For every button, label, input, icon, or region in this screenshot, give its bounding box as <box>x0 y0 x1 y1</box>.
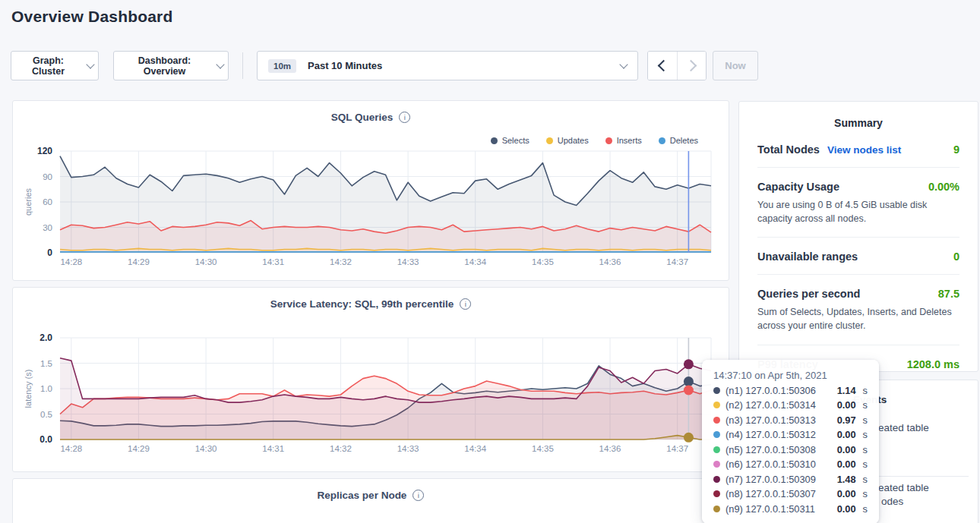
info-icon[interactable]: i <box>399 112 410 123</box>
node-color-dot <box>713 461 720 468</box>
svg-text:14:35: 14:35 <box>532 444 554 453</box>
node-color-dot <box>713 387 720 394</box>
tooltip-row: (n8) 127.0.0.1:503070.00s <box>713 488 868 499</box>
tooltip-node-unit: s <box>863 414 868 426</box>
summary-item-value: 9 <box>953 143 959 156</box>
node-color-dot <box>713 446 720 453</box>
chart-svg: 0.00.51.01.52.014:2814:2914:3014:3114:32… <box>13 330 730 461</box>
sql-queries-chart[interactable]: 030609012014:2814:2914:3014:3114:3214:33… <box>13 143 730 274</box>
tooltip-node-unit: s <box>863 488 868 499</box>
tooltip-node-label: (n1) 127.0.0.1:50306 <box>726 385 832 396</box>
time-prev-button[interactable] <box>648 52 677 80</box>
time-range-dropdown[interactable]: 10m Past 10 Minutes <box>257 51 638 80</box>
service-latency-panel: Service Latency: SQL, 99th percentile i … <box>12 287 729 472</box>
svg-text:14:31: 14:31 <box>262 257 284 266</box>
svg-text:14:36: 14:36 <box>599 257 621 266</box>
chevron-left-icon <box>658 60 670 72</box>
service-latency-title: Service Latency: SQL, 99th percentile i <box>13 298 729 310</box>
summary-divider <box>757 237 959 238</box>
svg-text:14:32: 14:32 <box>330 257 352 266</box>
graph-dropdown[interactable]: Graph: Cluster <box>11 51 99 80</box>
svg-text:1.5: 1.5 <box>40 359 52 368</box>
svg-text:14:35: 14:35 <box>532 257 554 266</box>
summary-item-description: You are using 0 B of 4.5 GiB usable disk… <box>757 198 959 225</box>
info-icon[interactable]: i <box>413 490 424 501</box>
tooltip-node-value: 0.00 <box>837 458 856 470</box>
event-item-fragment[interactable]: eated table <box>878 422 929 433</box>
tooltip-node-label: (n9) 127.0.0.1:50311 <box>726 503 832 515</box>
tooltip-node-value: 0.97 <box>837 414 856 426</box>
svg-text:latency (s): latency (s) <box>24 370 33 408</box>
summary-divider <box>757 274 959 275</box>
tooltip-row: (n1) 127.0.0.1:503061.14s <box>713 385 868 396</box>
chevron-down-icon <box>216 60 224 68</box>
info-icon[interactable]: i <box>460 298 471 310</box>
replicas-per-node-panel: Replicas per Node i <box>12 478 729 523</box>
summary-item: Unavailable ranges0 <box>757 250 959 263</box>
tooltip-node-value: 1.14 <box>837 385 856 396</box>
svg-text:14:36: 14:36 <box>599 444 621 453</box>
tooltip-row: (n2) 127.0.0.1:503140.00s <box>713 399 868 411</box>
tooltip-row: (n9) 127.0.0.1:503110.00s <box>713 503 868 515</box>
svg-text:14:33: 14:33 <box>397 444 419 453</box>
svg-text:1.0: 1.0 <box>40 384 52 393</box>
tooltip-node-label: (n2) 127.0.0.1:50314 <box>726 399 832 411</box>
summary-item-label: Queries per second <box>757 288 860 300</box>
dashboard-dropdown[interactable]: Dashboard: Overview <box>113 51 229 80</box>
svg-text:0: 0 <box>47 247 52 258</box>
time-next-button[interactable] <box>677 52 706 80</box>
svg-text:14:30: 14:30 <box>195 444 217 453</box>
summary-title: Summary <box>739 117 978 129</box>
svg-text:14:29: 14:29 <box>128 257 150 266</box>
svg-text:14:37: 14:37 <box>666 444 688 453</box>
summary-divider <box>757 345 959 345</box>
event-item-fragment[interactable]: odes <box>881 496 903 507</box>
service-latency-chart[interactable]: 0.00.51.01.52.014:2814:2914:3014:3114:32… <box>13 330 730 461</box>
svg-text:0.0: 0.0 <box>40 434 52 445</box>
time-pager <box>647 51 707 80</box>
tooltip-node-value: 0.00 <box>837 488 856 499</box>
chevron-right-icon <box>684 60 697 72</box>
summary-body: Total NodesView nodes list9Capacity Usag… <box>739 129 978 370</box>
dashboard-dropdown-label: Dashboard: Overview <box>119 55 210 77</box>
replicas-per-node-title: Replicas per Node i <box>13 490 729 501</box>
view-nodes-list-link[interactable]: View nodes list <box>827 144 901 156</box>
hover-point <box>684 376 694 386</box>
svg-text:14:30: 14:30 <box>195 257 217 266</box>
node-color-dot <box>713 417 720 424</box>
tooltip-node-unit: s <box>863 385 868 396</box>
page-title: Overview Dashboard <box>11 8 173 26</box>
svg-text:90: 90 <box>43 172 52 181</box>
tooltip-node-value: 0.00 <box>837 399 856 411</box>
tooltip-node-label: (n3) 127.0.0.1:50313 <box>726 414 832 426</box>
summary-item: Capacity Usage0.00% <box>757 181 959 193</box>
tooltip-timestamp: 14:37:10 on Apr 5th, 2021 <box>713 370 868 381</box>
svg-text:0.5: 0.5 <box>40 410 52 419</box>
tooltip-node-value: 0.00 <box>837 444 856 455</box>
summary-divider <box>757 167 959 168</box>
summary-panel: Summary Total NodesView nodes list9Capac… <box>738 101 978 372</box>
chevron-down-icon <box>619 60 628 68</box>
svg-text:queries: queries <box>24 187 33 216</box>
node-color-dot <box>713 490 720 497</box>
toolbar-divider <box>242 52 243 79</box>
summary-item-description: Sum of Selects, Updates, Inserts, and De… <box>757 305 959 332</box>
hover-point <box>684 386 694 395</box>
svg-text:60: 60 <box>43 197 52 206</box>
tooltip-node-unit: s <box>863 503 868 515</box>
sql-queries-title: SQL Queries i <box>13 112 729 123</box>
tooltip-row: (n6) 127.0.0.1:503100.00s <box>713 458 868 470</box>
event-item-fragment[interactable]: eated table <box>878 482 929 493</box>
node-color-dot <box>713 402 720 408</box>
svg-text:14:34: 14:34 <box>464 444 486 453</box>
summary-item: Queries per second87.5 <box>757 288 959 300</box>
tooltip-node-label: (n8) 127.0.0.1:50307 <box>726 488 832 499</box>
tooltip-row: (n3) 127.0.0.1:503130.97s <box>713 414 868 426</box>
tooltip-node-value: 0.00 <box>837 503 856 515</box>
time-now-button[interactable]: Now <box>713 51 758 80</box>
svg-text:14:34: 14:34 <box>464 257 486 266</box>
tooltip-node-unit: s <box>863 429 868 440</box>
svg-text:2.0: 2.0 <box>40 332 52 343</box>
node-color-dot <box>713 476 720 483</box>
tooltip-node-label: (n6) 127.0.0.1:50310 <box>726 458 832 470</box>
